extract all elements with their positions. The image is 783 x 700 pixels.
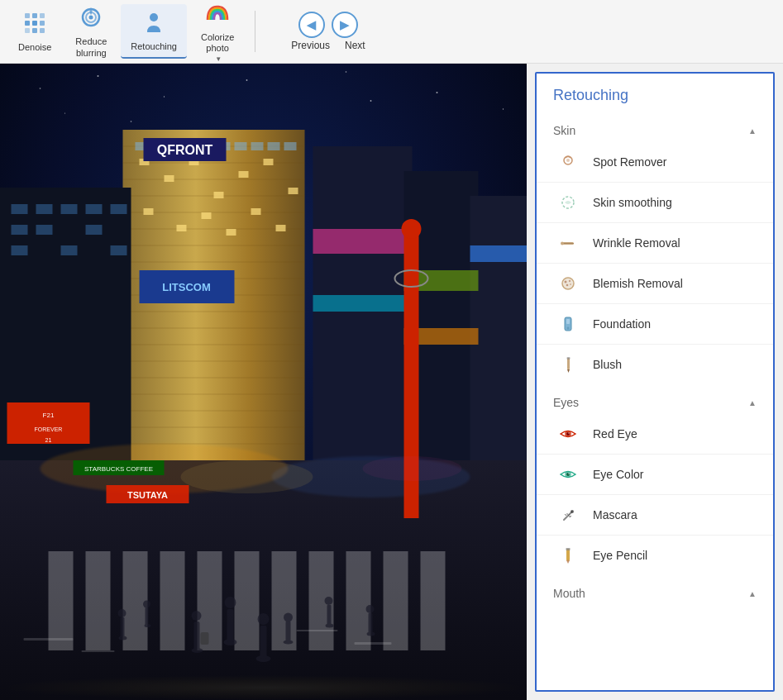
blemish-removal-icon [556, 272, 580, 295]
svg-rect-145 [0, 675, 527, 700]
eyes-section-arrow: ▲ [748, 398, 757, 407]
eye-color-item[interactable]: Eye Color [537, 456, 773, 493]
svg-point-11 [89, 16, 93, 20]
toolbar-reduce-blurring[interactable]: Reduce blurring [65, 0, 117, 64]
svg-point-16 [164, 96, 165, 97]
mascara-icon [556, 503, 580, 526]
svg-rect-91 [313, 295, 413, 312]
photo-area: QFRONT LITSCOM F21 [0, 64, 527, 700]
divider-2 [537, 222, 773, 223]
toolbar-separator [255, 11, 255, 52]
blush-label: Blush [593, 358, 622, 371]
svg-point-178 [571, 510, 574, 513]
svg-rect-79 [86, 225, 103, 235]
svg-text:QFRONT: QFRONT [157, 143, 213, 157]
svg-line-176 [570, 516, 571, 517]
colorize-photo-icon [204, 0, 231, 31]
next-button[interactable]: ▶ [332, 12, 358, 38]
svg-point-110 [402, 219, 422, 239]
svg-rect-101 [160, 551, 185, 650]
svg-point-137 [143, 601, 150, 608]
mascara-item[interactable]: Mascara [537, 497, 773, 533]
toolbar-nav: ◀ ▶ Previous Next [291, 12, 365, 51]
svg-rect-7 [32, 28, 37, 33]
svg-rect-139 [286, 621, 291, 642]
svg-rect-143 [297, 630, 338, 631]
eye-pencil-item[interactable]: Eye Pencil [537, 537, 773, 574]
svg-rect-90 [313, 229, 413, 254]
skin-section-header[interactable]: Skin ▲ [537, 117, 773, 144]
panel-title: Retouching [537, 74, 773, 114]
svg-rect-95 [0, 460, 527, 700]
eye-color-label: Eye Color [593, 468, 643, 481]
foundation-icon [556, 312, 580, 336]
svg-text:LITSCOM: LITSCOM [162, 281, 211, 293]
blush-item[interactable]: Blush [537, 346, 773, 383]
svg-rect-61 [144, 208, 154, 215]
svg-rect-94 [470, 245, 528, 262]
svg-point-18 [346, 71, 347, 73]
svg-rect-58 [239, 171, 249, 178]
wrinkle-removal-item[interactable]: Wrinkle Removal [537, 225, 773, 261]
blush-icon [556, 353, 580, 376]
colorize-dropdown-arrow: ▼ [215, 55, 222, 63]
svg-point-15 [98, 75, 99, 77]
svg-rect-117 [227, 609, 234, 642]
svg-rect-66 [276, 225, 286, 231]
svg-rect-6 [25, 28, 30, 33]
svg-rect-3 [25, 21, 30, 26]
svg-rect-76 [111, 204, 127, 214]
eyes-section-header[interactable]: Eyes ▲ [537, 389, 773, 416]
svg-marker-180 [566, 560, 570, 564]
svg-rect-0 [25, 13, 30, 18]
reduce-blurring-icon [78, 4, 104, 35]
svg-rect-52 [268, 142, 280, 150]
skin-smoothing-item[interactable]: Skin smoothing [537, 184, 773, 221]
skin-smoothing-label: Skin smoothing [593, 196, 672, 209]
divider-1 [537, 182, 773, 183]
toolbar-denoise[interactable]: Denoise [8, 5, 61, 58]
svg-rect-136 [146, 607, 149, 626]
svg-point-159 [570, 283, 571, 285]
next-label: Next [345, 40, 365, 51]
previous-button[interactable]: ◀ [298, 12, 325, 38]
divider-3 [537, 263, 773, 264]
svg-rect-108 [421, 551, 446, 650]
svg-rect-80 [12, 245, 28, 255]
blemish-removal-label: Blemish Removal [593, 277, 683, 290]
svg-rect-75 [86, 204, 103, 214]
svg-rect-142 [82, 650, 115, 652]
svg-point-140 [284, 613, 293, 622]
blemish-removal-item[interactable]: Blemish Removal [537, 265, 773, 302]
svg-point-21 [64, 112, 65, 113]
skin-smoothing-icon [556, 191, 580, 214]
toolbar-retouching[interactable]: Retouching [121, 4, 187, 59]
foundation-item[interactable]: Foundation [537, 306, 773, 342]
svg-point-146 [363, 456, 462, 481]
eye-pencil-icon [556, 544, 580, 567]
svg-rect-62 [177, 225, 187, 231]
svg-rect-72 [12, 204, 28, 214]
red-eye-item[interactable]: Red Eye [537, 416, 773, 452]
svg-rect-165 [567, 357, 571, 360]
retouching-icon [141, 9, 167, 40]
eyes-section-title: Eyes [553, 396, 579, 409]
svg-rect-51 [251, 142, 264, 150]
retouching-panel: Retouching Skin ▲ Spot Remover [535, 72, 775, 692]
toolbar-colorize-photo[interactable]: Colorize photo ▼ [191, 0, 244, 68]
svg-rect-77 [12, 225, 28, 235]
mouth-section-header[interactable]: Mouth ▲ [537, 580, 773, 607]
svg-point-20 [503, 108, 504, 109]
svg-point-134 [366, 605, 375, 613]
svg-text:21: 21 [45, 437, 52, 443]
denoise-icon [21, 10, 48, 40]
red-eye-icon [556, 422, 580, 445]
reduce-blurring-label: Reduce blurring [75, 36, 107, 58]
svg-rect-2 [40, 13, 45, 18]
divider-8 [537, 535, 773, 536]
spot-remover-item[interactable]: Spot Remover [537, 144, 773, 180]
svg-point-153 [561, 242, 564, 245]
svg-rect-100 [123, 551, 148, 650]
svg-rect-103 [235, 551, 260, 650]
foundation-label: Foundation [593, 317, 651, 331]
